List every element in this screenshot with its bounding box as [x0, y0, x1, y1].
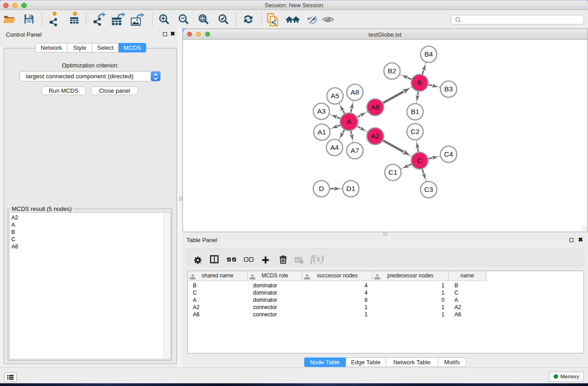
svg-text:A2: A2 — [371, 132, 380, 140]
svg-text:A7: A7 — [351, 147, 359, 154]
svg-text:D: D — [319, 185, 324, 192]
svg-text:A: A — [347, 118, 352, 125]
svg-text:B2: B2 — [388, 67, 397, 75]
svg-text:C: C — [417, 157, 422, 164]
svg-text:A4: A4 — [330, 143, 339, 151]
svg-text:B4: B4 — [425, 50, 433, 58]
svg-text:B3: B3 — [445, 85, 453, 93]
svg-text:C2: C2 — [411, 128, 420, 135]
svg-text:B: B — [417, 79, 422, 86]
svg-text:C3: C3 — [424, 186, 433, 193]
svg-text:A5: A5 — [331, 92, 339, 100]
svg-text:C4: C4 — [444, 150, 453, 158]
svg-text:A8: A8 — [351, 88, 359, 96]
svg-text:A6: A6 — [371, 103, 380, 111]
svg-text:A1: A1 — [318, 128, 326, 136]
svg-text:D1: D1 — [346, 185, 355, 192]
svg-text:B1: B1 — [411, 108, 420, 115]
svg-text:A3: A3 — [317, 107, 326, 115]
svg-text:C1: C1 — [388, 168, 397, 176]
